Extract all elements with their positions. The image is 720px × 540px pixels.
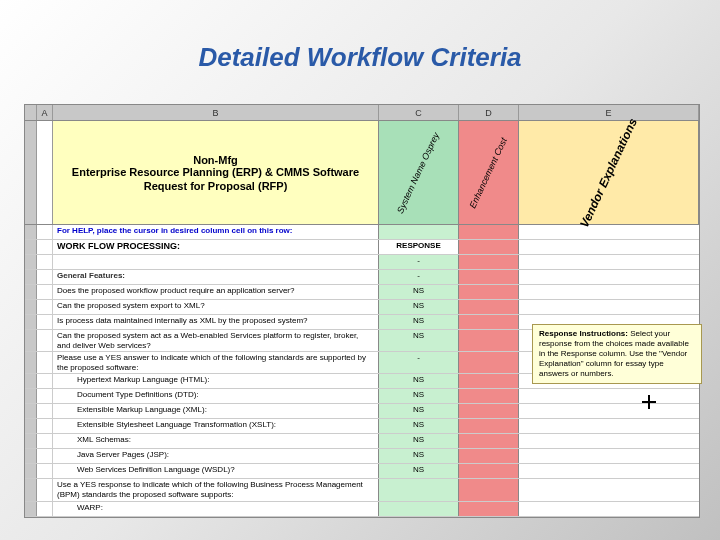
column-headers: A B C D E xyxy=(25,105,699,121)
rownum-header xyxy=(25,105,37,120)
rfp-title-line1: Non-Mfg xyxy=(193,154,238,166)
response-instructions-tooltip: Response Instructions: Select your respo… xyxy=(532,324,702,384)
table-row: - xyxy=(25,255,699,270)
explanation-cell[interactable] xyxy=(519,240,699,254)
response-cell[interactable]: NS xyxy=(379,419,459,433)
response-cell[interactable]: NS xyxy=(379,330,459,351)
spreadsheet-view: A B C D E Non-Mfg Enterprise Resource Pl… xyxy=(24,104,700,518)
criteria-cell[interactable]: Can the proposed system act as a Web-ena… xyxy=(53,330,379,351)
criteria-cell[interactable]: Can the proposed system export to XML? xyxy=(53,300,379,314)
cost-cell[interactable] xyxy=(459,240,519,254)
table-row: Java Server Pages (JSP):NS xyxy=(25,449,699,464)
response-cell[interactable]: RESPONSE xyxy=(379,240,459,254)
explanation-cell[interactable] xyxy=(519,434,699,448)
table-row: General Features:- xyxy=(25,270,699,285)
response-cell[interactable]: NS xyxy=(379,300,459,314)
col-c-label: System Name Osprey xyxy=(379,121,459,224)
criteria-cell[interactable]: Use a YES response to indicate which of … xyxy=(53,479,379,500)
cost-cell[interactable] xyxy=(459,389,519,403)
response-cell[interactable]: NS xyxy=(379,389,459,403)
explanation-cell[interactable] xyxy=(519,449,699,463)
criteria-cell[interactable] xyxy=(53,255,379,269)
cost-cell[interactable] xyxy=(459,270,519,284)
response-cell[interactable] xyxy=(379,225,459,239)
col-d-label: Enhancement Cost xyxy=(459,121,519,224)
rfp-title-line3: Request for Proposal (RFP) xyxy=(144,180,288,192)
response-cell[interactable]: - xyxy=(379,352,459,373)
response-cell[interactable] xyxy=(379,502,459,516)
table-row: XML Schemas:NS xyxy=(25,434,699,449)
explanation-cell[interactable] xyxy=(519,300,699,314)
cost-cell[interactable] xyxy=(459,449,519,463)
response-cell[interactable]: NS xyxy=(379,285,459,299)
cost-cell[interactable] xyxy=(459,434,519,448)
explanation-cell[interactable] xyxy=(519,419,699,433)
table-row: For HELP, place the cursor in desired co… xyxy=(25,225,699,240)
explanation-cell[interactable] xyxy=(519,270,699,284)
criteria-cell[interactable]: Web Services Definition Language (WSDL)? xyxy=(53,464,379,478)
explanation-cell[interactable] xyxy=(519,255,699,269)
criteria-cell[interactable]: XML Schemas: xyxy=(53,434,379,448)
header-row: Non-Mfg Enterprise Resource Planning (ER… xyxy=(25,121,699,225)
response-cell[interactable]: - xyxy=(379,270,459,284)
criteria-cell[interactable]: For HELP, place the cursor in desired co… xyxy=(53,225,379,239)
col-e-label: Vendor Explanations xyxy=(519,121,699,224)
response-cell[interactable]: NS xyxy=(379,464,459,478)
criteria-cell[interactable]: Hypertext Markup Language (HTML): xyxy=(53,374,379,388)
response-cell[interactable]: NS xyxy=(379,434,459,448)
explanation-cell[interactable] xyxy=(519,225,699,239)
cost-cell[interactable] xyxy=(459,374,519,388)
cost-cell[interactable] xyxy=(459,315,519,329)
cursor-crosshair-icon xyxy=(642,395,656,409)
cost-cell[interactable] xyxy=(459,502,519,516)
criteria-cell[interactable]: Java Server Pages (JSP): xyxy=(53,449,379,463)
criteria-cell[interactable]: Extensible Stylesheet Language Transform… xyxy=(53,419,379,433)
col-header-d[interactable]: D xyxy=(459,105,519,120)
cost-cell[interactable] xyxy=(459,285,519,299)
col-header-a[interactable]: A xyxy=(37,105,53,120)
response-cell[interactable]: NS xyxy=(379,404,459,418)
explanation-cell[interactable] xyxy=(519,479,699,500)
criteria-cell[interactable]: General Features: xyxy=(53,270,379,284)
rfp-title-line2: Enterprise Resource Planning (ERP) & CMM… xyxy=(72,166,359,178)
cost-cell[interactable] xyxy=(459,225,519,239)
criteria-cell[interactable]: Please use a YES answer to indicate whic… xyxy=(53,352,379,373)
explanation-cell[interactable] xyxy=(519,502,699,516)
cost-cell[interactable] xyxy=(459,419,519,433)
table-row: WARP: xyxy=(25,502,699,517)
explanation-cell[interactable] xyxy=(519,389,699,403)
response-cell[interactable] xyxy=(379,479,459,500)
cost-cell[interactable] xyxy=(459,330,519,351)
response-cell[interactable]: NS xyxy=(379,315,459,329)
table-row: WORK FLOW PROCESSING:RESPONSE xyxy=(25,240,699,255)
cost-cell[interactable] xyxy=(459,479,519,500)
table-row: Extensible Stylesheet Language Transform… xyxy=(25,419,699,434)
tooltip-title: Response Instructions: xyxy=(539,329,628,338)
table-row: Document Type Definitions (DTD):NS xyxy=(25,389,699,404)
table-row: Use a YES response to indicate which of … xyxy=(25,479,699,501)
page-title: Detailed Workflow Criteria xyxy=(0,0,720,91)
response-cell[interactable]: NS xyxy=(379,374,459,388)
response-cell[interactable]: NS xyxy=(379,449,459,463)
col-header-b[interactable]: B xyxy=(53,105,379,120)
explanation-cell[interactable] xyxy=(519,404,699,418)
criteria-cell[interactable]: Does the proposed workflow product requi… xyxy=(53,285,379,299)
table-row: Web Services Definition Language (WSDL)?… xyxy=(25,464,699,479)
cost-cell[interactable] xyxy=(459,300,519,314)
col-header-e[interactable]: E xyxy=(519,105,699,120)
cost-cell[interactable] xyxy=(459,404,519,418)
criteria-cell[interactable]: Is process data maintained internally as… xyxy=(53,315,379,329)
criteria-cell[interactable]: Document Type Definitions (DTD): xyxy=(53,389,379,403)
criteria-cell[interactable]: Extensible Markup Language (XML): xyxy=(53,404,379,418)
criteria-cell[interactable]: WARP: xyxy=(53,502,379,516)
criteria-cell[interactable]: WORK FLOW PROCESSING: xyxy=(53,240,379,254)
response-cell[interactable]: - xyxy=(379,255,459,269)
cost-cell[interactable] xyxy=(459,255,519,269)
col-header-c[interactable]: C xyxy=(379,105,459,120)
cost-cell[interactable] xyxy=(459,464,519,478)
explanation-cell[interactable] xyxy=(519,285,699,299)
table-row: Can the proposed system export to XML?NS xyxy=(25,300,699,315)
explanation-cell[interactable] xyxy=(519,464,699,478)
cost-cell[interactable] xyxy=(459,352,519,373)
table-row: Extensible Markup Language (XML):NS xyxy=(25,404,699,419)
